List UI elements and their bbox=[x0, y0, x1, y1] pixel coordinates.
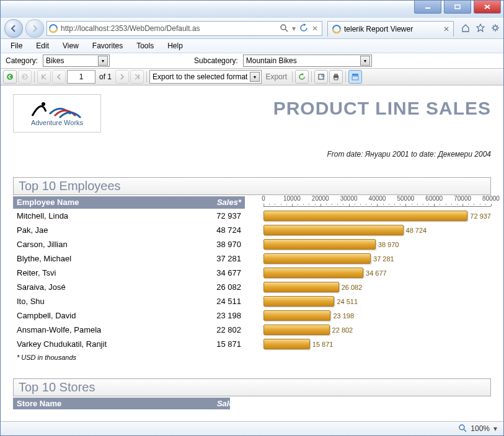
employee-sales: 23 198 bbox=[182, 311, 245, 320]
chart-bar bbox=[263, 310, 330, 321]
print-button[interactable] bbox=[329, 70, 343, 84]
favorites-icon[interactable] bbox=[476, 24, 485, 34]
browser-tab[interactable]: telerik Report Viewer ✕ bbox=[327, 21, 454, 37]
employee-name: Campbell, David bbox=[13, 311, 182, 320]
report-page: Adventure Works PRODUCT LINE SALES Bikes… bbox=[1, 85, 503, 416]
category-select[interactable]: Bikes ▾ bbox=[43, 54, 110, 67]
report-toolbar: of 1 Export to the selected format ▾ Exp… bbox=[1, 69, 503, 85]
menu-edit[interactable]: Edit bbox=[30, 40, 55, 51]
axis-tick: 10000 bbox=[283, 195, 301, 202]
employee-name: Blythe, Michael bbox=[13, 254, 182, 263]
footnote: * USD in thousands bbox=[13, 351, 491, 364]
stores-section-title: Top 10 Stores bbox=[13, 378, 491, 396]
page-number-input[interactable] bbox=[67, 70, 95, 84]
export-format-value: Export to the selected format bbox=[153, 72, 247, 81]
zoom-icon[interactable] bbox=[458, 424, 467, 434]
employee-sales: 37 281 bbox=[182, 254, 245, 263]
svg-point-9 bbox=[7, 74, 13, 80]
table-row: Pak, Jae48 724 bbox=[13, 223, 245, 237]
employee-name: Mitchell, Linda bbox=[13, 211, 182, 220]
search-icon[interactable] bbox=[280, 24, 288, 34]
address-bar[interactable]: http://localhost:2353/WebDemo/Default.as… bbox=[46, 21, 322, 36]
menu-favorites[interactable]: Favorites bbox=[86, 40, 129, 51]
browser-nav-row: http://localhost:2353/WebDemo/Default.as… bbox=[1, 18, 503, 39]
table-row: Carson, Jillian38 970 bbox=[13, 237, 245, 251]
axis-tick: 50000 bbox=[397, 195, 414, 202]
menu-file[interactable]: File bbox=[4, 40, 29, 51]
employees-section-title: Top 10 Employees bbox=[13, 177, 491, 195]
table-row: Saraiva, José26 082 bbox=[13, 280, 245, 294]
tab-close-button[interactable]: ✕ bbox=[443, 25, 449, 33]
nav-fwd-history-button[interactable] bbox=[18, 70, 32, 84]
company-logo: Adventure Works bbox=[13, 94, 101, 133]
status-bar: 100% ▾ bbox=[1, 421, 503, 435]
chevron-down-icon: ▾ bbox=[98, 56, 108, 66]
prev-page-button[interactable] bbox=[52, 70, 66, 84]
employee-sales: 26 082 bbox=[182, 282, 245, 292]
last-page-button[interactable] bbox=[130, 70, 144, 84]
zoom-dropdown[interactable]: ▾ bbox=[493, 424, 497, 433]
axis-tick: 0 bbox=[262, 195, 265, 202]
first-page-button[interactable] bbox=[37, 70, 51, 84]
ie-window: http://localhost:2353/WebDemo/Default.as… bbox=[0, 0, 504, 436]
refresh-report-button[interactable] bbox=[295, 70, 309, 84]
report-viewport[interactable]: Adventure Works PRODUCT LINE SALES Bikes… bbox=[1, 85, 503, 421]
chart-bar-row: 37 281 bbox=[263, 251, 491, 266]
toggle-parameters-button[interactable] bbox=[348, 70, 362, 84]
refresh-icon[interactable] bbox=[299, 24, 308, 34]
stop-icon[interactable]: ✕ bbox=[312, 24, 318, 33]
browser-menubar: File Edit View Favorites Tools Help bbox=[1, 39, 503, 53]
employees-table: Mitchell, Linda72 937Pak, Jae48 724Carso… bbox=[13, 209, 245, 351]
axis-tick: 80000 bbox=[482, 195, 500, 202]
subcategory-select[interactable]: Mountain Bikes ▾ bbox=[243, 54, 372, 67]
chart-bar bbox=[263, 253, 371, 264]
ie-icon bbox=[332, 24, 342, 34]
table-row: Varkey Chudukatil, Ranjit15 871 bbox=[13, 337, 245, 351]
employee-sales: 24 511 bbox=[182, 297, 245, 306]
svg-rect-1 bbox=[455, 5, 460, 9]
chart-bar bbox=[263, 296, 334, 307]
category-label: Category: bbox=[6, 56, 38, 65]
home-icon[interactable] bbox=[461, 24, 470, 34]
axis-tick: 70000 bbox=[454, 195, 471, 202]
menu-view[interactable]: View bbox=[56, 40, 85, 51]
nav-back-history-button[interactable] bbox=[3, 70, 17, 84]
axis-tick: 30000 bbox=[340, 195, 358, 202]
window-minimize-button[interactable] bbox=[414, 1, 441, 14]
chart-bar-label: 24 511 bbox=[337, 298, 358, 305]
axis-tick: 60000 bbox=[425, 195, 443, 202]
menu-help[interactable]: Help bbox=[161, 40, 189, 51]
chart-bar bbox=[263, 225, 404, 235]
col-sales: Sales* bbox=[182, 196, 245, 209]
export-button[interactable]: Export bbox=[263, 72, 290, 81]
employee-sales: 72 937 bbox=[182, 211, 245, 220]
col-store-sales: Sales* bbox=[182, 398, 245, 409]
table-row: Reiter, Tsvi34 677 bbox=[13, 266, 245, 280]
nav-back-button[interactable] bbox=[4, 19, 23, 38]
chart-bar bbox=[263, 239, 376, 250]
chart-bar-label: 15 871 bbox=[312, 341, 334, 348]
chart-bar-label: 26 082 bbox=[342, 284, 363, 291]
export-format-select[interactable]: Export to the selected format ▾ bbox=[149, 70, 262, 84]
print-preview-button[interactable] bbox=[314, 70, 328, 84]
menu-tools[interactable]: Tools bbox=[130, 40, 160, 51]
employee-name: Varkey Chudukatil, Ranjit bbox=[13, 339, 182, 349]
window-close-button[interactable] bbox=[474, 1, 501, 14]
subcategory-label: Subcategory: bbox=[194, 56, 238, 65]
window-maximize-button[interactable] bbox=[444, 1, 471, 14]
table-row: Campbell, David23 198 bbox=[13, 308, 245, 323]
next-page-button[interactable] bbox=[115, 70, 129, 84]
svg-rect-14 bbox=[334, 74, 338, 76]
svg-line-6 bbox=[285, 29, 288, 32]
chart-bar bbox=[263, 211, 467, 221]
svg-line-20 bbox=[464, 429, 466, 432]
chart-bar-row: 15 871 bbox=[263, 337, 491, 351]
col-employee-name: Employee Name bbox=[13, 196, 182, 209]
svg-rect-16 bbox=[352, 74, 358, 76]
nav-forward-button[interactable] bbox=[25, 19, 44, 38]
employee-name: Ansman-Wolfe, Pamela bbox=[13, 325, 182, 334]
axis-tick: 40000 bbox=[369, 195, 386, 202]
tools-icon[interactable] bbox=[491, 24, 500, 34]
axis-tick: 20000 bbox=[312, 195, 329, 202]
chart-bar-label: 34 677 bbox=[366, 269, 387, 277]
